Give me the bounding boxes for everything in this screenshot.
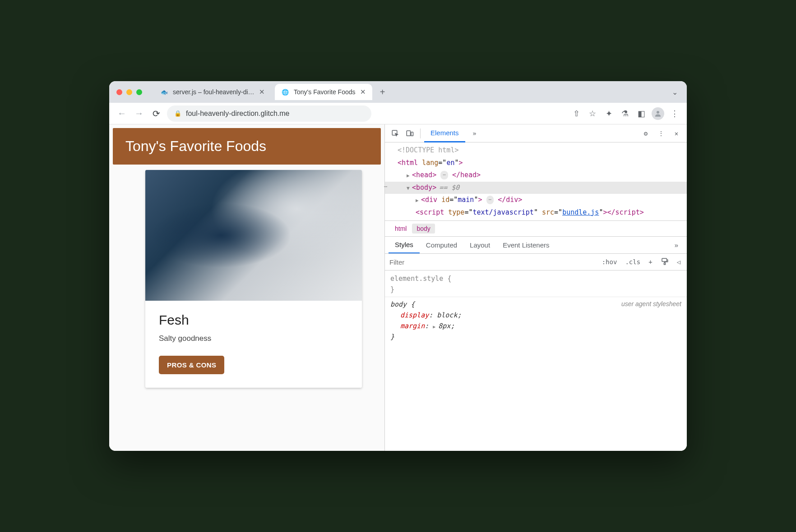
url-text: foul-heavenly-direction.glitch.me (186, 110, 289, 118)
script-node[interactable]: <script type="text/javascript" src="bund… (385, 206, 687, 219)
extensions-icon[interactable]: ✦ (603, 108, 615, 119)
kebab-menu-icon[interactable]: ⋮ (654, 127, 668, 140)
tab-styles[interactable]: Styles (389, 237, 420, 254)
card-description: Salty goodness (159, 334, 348, 343)
hov-toggle[interactable]: :hov (600, 258, 619, 266)
address-bar[interactable]: 🔒 foul-heavenly-direction.glitch.me (167, 105, 371, 122)
styles-filter-input[interactable] (389, 258, 596, 266)
profile-avatar[interactable] (652, 107, 664, 120)
bookmark-icon[interactable]: ☆ (587, 108, 598, 119)
tab-title: Tony's Favorite Foods (294, 88, 356, 96)
svg-rect-5 (664, 263, 665, 265)
body-selector[interactable]: body { (390, 300, 415, 308)
card-title: Fesh (159, 312, 348, 328)
tab-computed[interactable]: Computed (420, 237, 463, 254)
dom-tree[interactable]: <!DOCTYPE html> <html lang="en"> ▶<head>… (385, 142, 687, 220)
pros-cons-button[interactable]: PROS & CONS (159, 356, 224, 374)
div-main-node[interactable]: ▶<div id="main"> ⋯ </div> (385, 194, 687, 206)
more-styles-tabs-icon[interactable]: » (670, 238, 683, 252)
favicon-icon: 🐟 (160, 88, 168, 96)
tab-layout[interactable]: Layout (463, 237, 496, 254)
paint-icon[interactable] (659, 257, 671, 267)
tab-tonys-foods[interactable]: 🌐 Tony's Favorite Foods ✕ (275, 84, 372, 100)
new-tab-button[interactable]: + (376, 85, 389, 99)
page-title: Tony's Favorite Foods (113, 128, 381, 165)
lock-icon: 🔒 (174, 110, 181, 117)
globe-icon: 🌐 (281, 88, 289, 96)
tab-strip: 🐟 server.js – foul-heavenly-direct ✕ 🌐 T… (109, 81, 687, 103)
tab-elements[interactable]: Elements (424, 124, 465, 142)
head-node[interactable]: ▶<head> ⋯ </head> (385, 169, 687, 182)
body-node-selected[interactable]: ▼<body>== $0 (385, 182, 687, 194)
close-tab-icon[interactable]: ✕ (259, 88, 265, 96)
food-card: Fesh Salty goodness PROS & CONS (145, 170, 362, 388)
new-rule-button[interactable]: + (647, 258, 654, 266)
menu-icon[interactable]: ⋮ (669, 108, 680, 119)
labs-icon[interactable]: ⚗ (619, 108, 631, 119)
tab-title: server.js – foul-heavenly-direct (173, 88, 255, 96)
svg-point-0 (657, 111, 659, 114)
forward-button[interactable]: → (133, 107, 145, 120)
svg-rect-3 (411, 132, 413, 136)
close-tab-icon[interactable]: ✕ (360, 88, 366, 96)
tab-event-listeners[interactable]: Event Listeners (496, 237, 555, 254)
devtools-panel: Elements » ⚙ ⋮ ✕ <!DOCTYPE html> <html l… (384, 124, 687, 451)
rendered-page: Tony's Favorite Foods Fesh Salty goodnes… (109, 124, 384, 451)
styles-tab-strip: Styles Computed Layout Event Listeners » (385, 236, 687, 253)
close-window-button[interactable] (116, 89, 122, 95)
svg-rect-2 (407, 131, 410, 136)
sidepanel-icon[interactable]: ◧ (635, 108, 647, 119)
tabs-dropdown-icon[interactable]: ⌄ (672, 88, 678, 96)
window-controls (116, 89, 142, 95)
rule-source: user agent stylesheet (621, 299, 681, 309)
dom-breadcrumb: html body (385, 220, 687, 236)
element-style-selector[interactable]: element.style { (390, 275, 451, 283)
toolbar: ← → ⟳ 🔒 foul-heavenly-direction.glitch.m… (109, 103, 687, 124)
html-node[interactable]: <html lang="en"> (385, 157, 687, 170)
svg-rect-4 (662, 258, 667, 261)
breadcrumb-html[interactable]: html (390, 224, 411, 234)
device-toggle-icon[interactable] (403, 127, 417, 140)
maximize-window-button[interactable] (136, 89, 142, 95)
content-area: Tony's Favorite Foods Fesh Salty goodnes… (109, 124, 687, 451)
card-image (145, 170, 362, 301)
styles-rules[interactable]: element.style { } user agent stylesheet … (385, 271, 687, 345)
cls-toggle[interactable]: .cls (623, 258, 642, 266)
card-body: Fesh Salty goodness PROS & CONS (145, 301, 362, 388)
doctype-node[interactable]: <!DOCTYPE html> (398, 146, 458, 154)
more-tabs-icon[interactable]: » (468, 127, 481, 140)
close-devtools-icon[interactable]: ✕ (670, 127, 683, 140)
devtools-tab-strip: Elements » ⚙ ⋮ ✕ (385, 124, 687, 142)
inspect-icon[interactable] (389, 127, 402, 140)
share-icon[interactable]: ⇧ (570, 108, 582, 119)
computed-toggle-icon[interactable]: ◁ (675, 258, 682, 266)
browser-window: 🐟 server.js – foul-heavenly-direct ✕ 🌐 T… (109, 81, 687, 451)
back-button[interactable]: ← (116, 107, 128, 120)
settings-gear-icon[interactable]: ⚙ (639, 127, 653, 140)
styles-toolbar: :hov .cls + ◁ (385, 253, 687, 271)
breadcrumb-body[interactable]: body (412, 224, 435, 234)
reload-button[interactable]: ⟳ (150, 107, 162, 120)
minimize-window-button[interactable] (126, 89, 132, 95)
tab-glitch-editor[interactable]: 🐟 server.js – foul-heavenly-direct ✕ (154, 84, 271, 100)
